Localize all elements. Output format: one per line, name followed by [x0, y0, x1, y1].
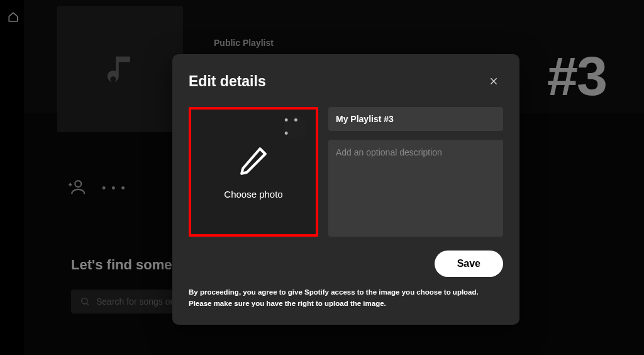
photo-more-button[interactable]: • • •	[284, 116, 307, 138]
pencil-icon	[238, 145, 269, 176]
modal-overlay: Edit details • • • Choose photo Save	[0, 0, 644, 355]
choose-photo-box[interactable]: • • • Choose photo	[189, 107, 318, 237]
playlist-name-input[interactable]	[328, 107, 503, 131]
upload-disclaimer: By proceeding, you agree to give Spotify…	[189, 287, 503, 310]
edit-details-modal: Edit details • • • Choose photo Save	[172, 54, 519, 325]
choose-photo-label: Choose photo	[224, 189, 282, 200]
modal-title: Edit details	[189, 73, 266, 90]
save-button[interactable]: Save	[435, 251, 503, 277]
close-button[interactable]	[484, 72, 503, 91]
close-icon	[489, 76, 499, 86]
more-horizontal-icon: • • •	[284, 114, 307, 140]
playlist-description-input[interactable]	[328, 140, 503, 237]
